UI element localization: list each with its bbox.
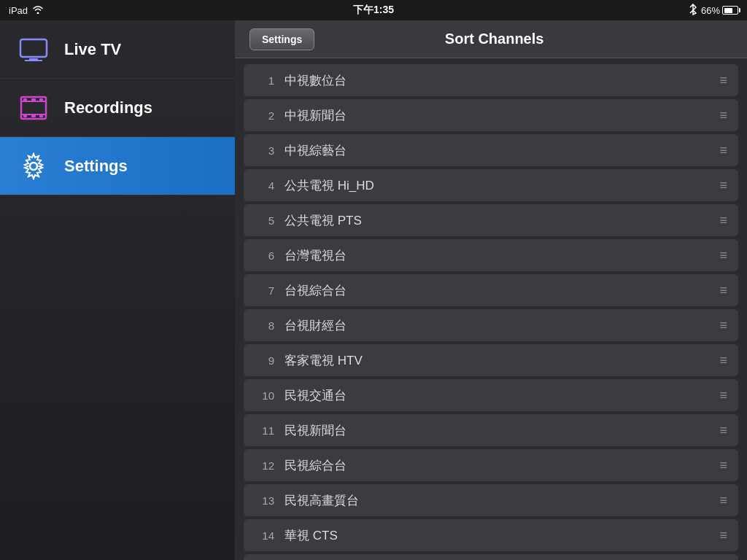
sidebar: Live TV Recordings [0,20,235,560]
channel-row[interactable]: 6 台灣電視台 ≡ [244,239,738,271]
sidebar-item-live-tv[interactable]: Live TV [0,20,235,79]
channel-name: 民視新聞台 [285,422,719,439]
channel-name: 民視交通台 [285,387,719,404]
channel-number: 3 [254,144,274,157]
channel-name: 民視高畫質台 [285,492,719,509]
channel-row[interactable]: 9 客家電視 HTV ≡ [244,344,738,376]
drag-handle-icon[interactable]: ≡ [719,423,728,438]
right-panel: Settings Sort Channels 1 中視數位台 ≡ 2 中視新聞台… [235,20,747,560]
film-icon [18,92,50,124]
page-title: Sort Channels [314,31,674,47]
status-right: 66% [689,4,738,18]
channel-name: 公共電視 Hi_HD [285,177,719,194]
channel-row[interactable]: 1 中視數位台 ≡ [244,64,738,96]
channel-row[interactable]: 2 中視新聞台 ≡ [244,99,738,131]
channel-name: 公共電視 PTS [285,212,719,229]
svg-rect-7 [31,98,36,101]
sidebar-item-settings[interactable]: Settings [0,137,235,195]
channel-row[interactable]: 10 民視交通台 ≡ [244,379,738,411]
channel-number: 13 [254,494,274,507]
channel-name: 台視綜合台 [285,282,719,299]
status-time: 下午1:35 [353,4,394,17]
channel-name: 台灣電視台 [285,247,719,264]
drag-handle-icon[interactable]: ≡ [719,73,728,88]
svg-rect-0 [20,39,47,57]
drag-handle-icon[interactable]: ≡ [719,213,728,228]
channel-row[interactable]: 13 民視高畫質台 ≡ [244,484,738,516]
channel-row[interactable]: 8 台視財經台 ≡ [244,309,738,341]
channel-number: 9 [254,354,274,367]
svg-rect-10 [31,114,36,117]
channel-name: 中視數位台 [285,72,719,89]
device-label: iPad [9,5,28,16]
tv-icon [18,34,50,66]
drag-handle-icon[interactable]: ≡ [719,318,728,333]
wifi-icon [32,5,44,16]
sidebar-label-settings: Settings [64,157,128,176]
channel-name: 民視綜合台 [285,457,719,474]
status-bar: iPad 下午1:35 66% [0,0,747,20]
battery-percent: 66% [701,5,720,16]
bluetooth-icon [689,4,697,18]
channel-number: 4 [254,179,274,192]
drag-handle-icon[interactable]: ≡ [719,353,728,368]
channel-row[interactable]: 14 華視 CTS ≡ [244,519,738,551]
sidebar-item-recordings[interactable]: Recordings [0,79,235,137]
battery-indicator: 66% [701,5,738,16]
channel-row[interactable]: 15 華視休閒頻道 ≡ [244,554,738,560]
channel-name: 客家電視 HTV [285,352,719,369]
svg-point-12 [30,163,37,170]
drag-handle-icon[interactable]: ≡ [719,388,728,403]
channel-name: 中視新聞台 [285,107,719,124]
channel-number: 10 [254,389,274,402]
drag-handle-icon[interactable]: ≡ [719,528,728,543]
svg-rect-8 [39,98,43,101]
channel-row[interactable]: 12 民視綜合台 ≡ [244,449,738,481]
channel-list[interactable]: 1 中視數位台 ≡ 2 中視新聞台 ≡ 3 中視綜藝台 ≡ 4 公共電視 Hi_… [235,58,747,560]
channel-row[interactable]: 4 公共電視 Hi_HD ≡ [244,169,738,201]
drag-handle-icon[interactable]: ≡ [719,143,728,158]
channel-number: 7 [254,284,274,297]
channel-number: 8 [254,319,274,332]
channel-row[interactable]: 5 公共電視 PTS ≡ [244,204,738,236]
drag-handle-icon[interactable]: ≡ [719,283,728,298]
channel-name: 中視綜藝台 [285,142,719,159]
channel-row[interactable]: 3 中視綜藝台 ≡ [244,134,738,166]
sidebar-label-recordings: Recordings [64,98,152,117]
gear-icon [18,150,50,182]
svg-rect-9 [23,114,27,117]
channel-number: 6 [254,249,274,262]
channel-name: 台視財經台 [285,317,719,334]
channel-number: 12 [254,459,274,472]
channel-number: 5 [254,214,274,227]
drag-handle-icon[interactable]: ≡ [719,493,728,508]
channel-row[interactable]: 11 民視新聞台 ≡ [244,414,738,446]
channel-number: 14 [254,529,274,542]
main-container: Live TV Recordings [0,20,747,560]
right-header: Settings Sort Channels [235,20,747,58]
sidebar-label-live-tv: Live TV [64,40,121,59]
drag-handle-icon[interactable]: ≡ [719,178,728,193]
channel-number: 1 [254,74,274,87]
drag-handle-icon[interactable]: ≡ [719,108,728,123]
channel-number: 11 [254,424,274,437]
status-left: iPad [9,5,44,16]
channel-number: 2 [254,109,274,122]
back-button[interactable]: Settings [249,28,314,50]
svg-rect-6 [23,98,27,101]
svg-rect-11 [39,114,43,117]
drag-handle-icon[interactable]: ≡ [719,248,728,263]
drag-handle-icon[interactable]: ≡ [719,458,728,473]
channel-row[interactable]: 7 台視綜合台 ≡ [244,274,738,306]
channel-name: 華視 CTS [285,527,719,544]
